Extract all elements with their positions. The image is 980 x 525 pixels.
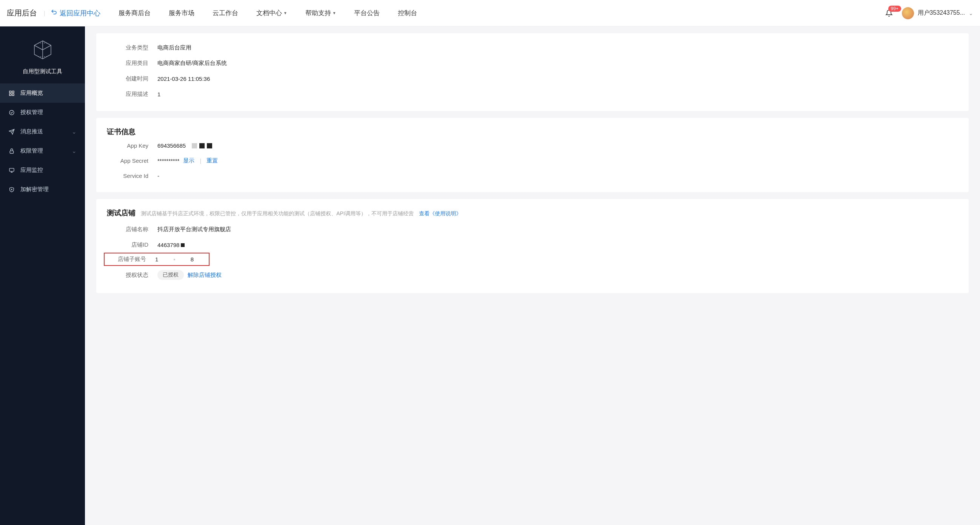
sidebar-item-auth[interactable]: 授权管理: [0, 103, 85, 122]
value-business-type: 电商后台应用: [158, 44, 191, 51]
avatar: [902, 7, 914, 19]
header-divider: |: [44, 10, 45, 16]
auth-status-badge: 已授权: [158, 270, 184, 280]
label-created-at: 创建时间: [107, 75, 148, 82]
usage-guide-link[interactable]: 查看《使用说明》: [419, 211, 461, 217]
row-created-at: 创建时间 2021-03-26 11:05:36: [107, 71, 958, 86]
row-app-category: 应用类目 电商商家自研/商家后台系统: [107, 56, 958, 71]
redacted-mid: ▪: [173, 256, 175, 263]
row-sub-account-highlight: 店铺子账号 1 ▪ 8: [104, 253, 210, 266]
sidebar-menu: 应用概览 授权管理 消息推送 ⌄ 权限管理 ⌄ 应用监控: [0, 83, 85, 199]
sidebar-item-push[interactable]: 消息推送 ⌄: [0, 122, 85, 141]
sidebar-item-label: 加解密管理: [21, 186, 49, 193]
nav-item-market[interactable]: 服务市场: [169, 9, 194, 18]
sidebar-item-label: 应用监控: [21, 167, 43, 174]
value-app-key: 694356685: [158, 142, 212, 149]
user-menu[interactable]: 用户353243755... ⌄: [902, 7, 973, 19]
value-created-at: 2021-03-26 11:05:36: [158, 75, 210, 82]
sidebar-item-crypto[interactable]: 加解密管理: [0, 180, 85, 199]
label-sub-account: 店铺子账号: [108, 256, 146, 263]
grid-icon: [8, 90, 15, 96]
app-name: 自用型测试工具: [23, 68, 62, 75]
redacted-blocks: [192, 143, 212, 148]
row-auth-status: 授权状态 已授权 解除店铺授权: [107, 266, 958, 284]
label-description: 应用描述: [107, 91, 148, 98]
top-nav: 服务商后台 服务市场 云工作台 文档中心▼ 帮助支持▼ 平台公告 控制台: [119, 9, 885, 18]
row-app-secret: App Secret ********** 显示 | 重置: [107, 153, 958, 168]
app-logo-block: 自用型测试工具: [0, 26, 85, 83]
value-app-category: 电商商家自研/商家后台系统: [158, 60, 227, 67]
row-store-name: 店铺名称 抖店开放平台测试专用旗舰店: [107, 222, 958, 237]
check-circle-icon: [8, 110, 15, 116]
svg-rect-2: [10, 94, 11, 96]
chevron-down-icon: ⌄: [72, 148, 76, 155]
app-info-card: 业务类型 电商后台应用 应用类目 电商商家自研/商家后台系统 创建时间 2021…: [96, 33, 969, 111]
test-store-card: 测试店铺 测试店铺基于抖店正式环境，权限已管控，仅用于应用相关功能的测试（店铺授…: [96, 199, 969, 293]
test-store-head: 测试店铺 测试店铺基于抖店正式环境，权限已管控，仅用于应用相关功能的测试（店铺授…: [107, 208, 958, 219]
svg-rect-3: [12, 94, 14, 96]
reset-secret-link[interactable]: 重置: [207, 157, 218, 164]
chevron-down-icon: ▼: [283, 11, 287, 15]
show-secret-link[interactable]: 显示: [183, 157, 194, 164]
notification-badge: 99+: [888, 6, 901, 12]
value-store-id: 4463798: [158, 242, 185, 248]
cert-card: 证书信息 App Key 694356685 App Secret ******…: [96, 118, 969, 192]
user-name: 用户353243755...: [918, 9, 965, 17]
nav-item-announce[interactable]: 平台公告: [354, 9, 380, 18]
back-link[interactable]: 返回应用中心: [51, 9, 100, 18]
svg-rect-6: [10, 168, 14, 171]
svg-point-4: [10, 110, 14, 115]
value-auth-status: 已授权 解除店铺授权: [158, 270, 221, 280]
nav-item-cloud[interactable]: 云工作台: [213, 9, 238, 18]
row-service-id: Service Id -: [107, 168, 958, 183]
svg-rect-5: [10, 151, 13, 153]
value-store-name: 抖店开放平台测试专用旗舰店: [158, 226, 231, 233]
notifications-button[interactable]: 99+: [885, 10, 893, 17]
chevron-down-icon: ▼: [332, 11, 336, 15]
undo-icon: [51, 9, 57, 18]
label-store-name: 店铺名称: [107, 226, 148, 233]
value-sub-account: 1 ▪ 8: [155, 256, 194, 263]
label-store-id: 店铺ID: [107, 241, 148, 249]
send-icon: [8, 129, 15, 135]
label-app-secret: App Secret: [107, 158, 148, 164]
label-service-id: Service Id: [107, 172, 148, 179]
shield-icon: [8, 187, 15, 193]
sidebar-item-label: 应用概览: [21, 89, 43, 97]
header-title: 应用后台: [7, 8, 37, 18]
label-app-key: App Key: [107, 142, 148, 149]
value-description: 1: [158, 91, 161, 97]
back-link-label: 返回应用中心: [60, 9, 100, 18]
cube-icon: [30, 38, 55, 62]
sidebar-item-label: 授权管理: [21, 109, 43, 116]
nav-item-docs[interactable]: 文档中心▼: [256, 9, 287, 18]
row-store-id: 店铺ID 4463798: [107, 237, 958, 253]
unlink-store-link[interactable]: 解除店铺授权: [188, 271, 221, 279]
value-app-secret: ********** 显示 | 重置: [158, 157, 218, 164]
svg-rect-0: [10, 91, 11, 93]
cert-title: 证书信息: [107, 127, 958, 137]
sidebar-item-overview[interactable]: 应用概览: [0, 83, 85, 103]
label-business-type: 业务类型: [107, 44, 148, 51]
row-app-key: App Key 694356685: [107, 138, 958, 153]
lock-icon: [8, 148, 15, 154]
test-store-hint: 测试店铺基于抖店正式环境，权限已管控，仅用于应用相关功能的测试（店铺授权、API…: [141, 211, 414, 217]
sidebar-item-label: 消息推送: [21, 128, 43, 135]
nav-item-isv[interactable]: 服务商后台: [119, 9, 151, 18]
main-content: 业务类型 电商后台应用 应用类目 电商商家自研/商家后台系统 创建时间 2021…: [85, 26, 980, 525]
svg-point-7: [11, 189, 12, 190]
header: 应用后台 | 返回应用中心 服务商后台 服务市场 云工作台 文档中心▼ 帮助支持…: [0, 0, 980, 26]
label-auth-status: 授权状态: [107, 271, 148, 279]
nav-item-console[interactable]: 控制台: [398, 9, 417, 18]
redacted-blocks: [181, 243, 185, 247]
row-business-type: 业务类型 电商后台应用: [107, 40, 958, 56]
label-app-category: 应用类目: [107, 60, 148, 67]
value-service-id: -: [158, 172, 159, 179]
row-description: 应用描述 1: [107, 86, 958, 102]
sidebar: 自用型测试工具 应用概览 授权管理 消息推送 ⌄ 权限管理 ⌄: [0, 26, 85, 525]
monitor-icon: [8, 167, 15, 173]
nav-item-help[interactable]: 帮助支持▼: [305, 9, 336, 18]
sidebar-item-permission[interactable]: 权限管理 ⌄: [0, 141, 85, 161]
test-store-title: 测试店铺: [107, 208, 135, 218]
sidebar-item-monitor[interactable]: 应用监控: [0, 161, 85, 180]
